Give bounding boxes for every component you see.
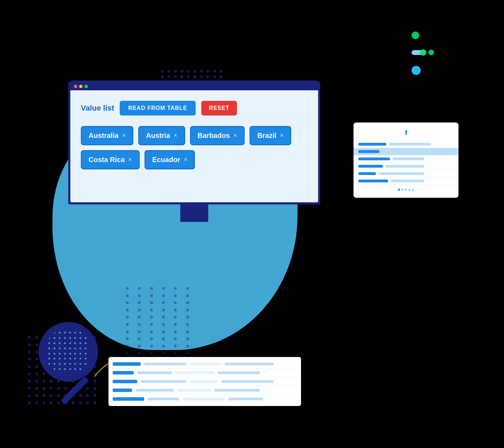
tag-remove-button[interactable]: ×	[128, 156, 132, 163]
tag-label: Costa Rica	[89, 156, 125, 164]
monitor-content: Value list READ FROM TABLE RESET Austral…	[70, 90, 318, 202]
monitor-stand	[68, 204, 320, 222]
titlebar-dot-green	[84, 85, 88, 88]
reset-button[interactable]: RESET	[201, 101, 237, 115]
tag-item: Australia×	[81, 126, 133, 145]
tag-remove-button[interactable]: ×	[280, 132, 284, 139]
table-row	[108, 377, 301, 386]
right-panel-row	[354, 163, 458, 170]
table-row	[108, 395, 301, 403]
toggles-area	[412, 31, 434, 75]
table-row	[108, 360, 301, 369]
toggle-dot-1	[412, 31, 419, 39]
titlebar-dot-yellow	[79, 85, 83, 88]
value-list-header: Value list READ FROM TABLE RESET	[81, 101, 308, 115]
pagination: ‹ ›	[354, 185, 458, 194]
toggle-dot-2	[428, 50, 434, 55]
tag-label: Barbados	[198, 132, 230, 140]
right-panel-row	[354, 155, 458, 163]
toggle-track-2[interactable]	[412, 50, 426, 55]
tag-item: Austria×	[138, 126, 185, 145]
toggle-knob-2	[420, 49, 426, 56]
bottom-table	[108, 357, 301, 406]
right-panel-header: ⬆	[354, 126, 458, 139]
right-panel-table: ⬆ ‹	[354, 122, 458, 198]
tag-remove-button[interactable]: ×	[233, 132, 237, 139]
tag-item: Barbados×	[190, 126, 245, 145]
right-panel-row	[354, 141, 458, 148]
read-from-table-button[interactable]: READ FROM TABLE	[120, 101, 195, 115]
monitor-neck	[180, 204, 208, 222]
dot-grid-right	[126, 287, 168, 350]
tags-container: Australia×Austria×Barbados×Brazil×Costa …	[81, 126, 308, 169]
toggle-item-1	[412, 31, 434, 39]
tag-item: Brazil×	[250, 126, 291, 145]
table-row	[108, 369, 301, 377]
tag-label: Brazil	[257, 132, 276, 140]
sort-icon: ⬆	[404, 129, 409, 136]
monitor-titlebar	[70, 83, 318, 90]
right-panel-row	[354, 170, 458, 177]
monitor-screen: Value list READ FROM TABLE RESET Austral…	[68, 80, 320, 204]
tag-item: Costa Rica×	[81, 150, 140, 169]
toggle-dot-3	[412, 66, 421, 75]
right-panel-row	[354, 177, 458, 185]
toggle-item-3	[412, 66, 434, 75]
main-scene: Value list READ FROM TABLE RESET Austral…	[0, 0, 504, 448]
tag-remove-button[interactable]: ×	[122, 132, 126, 139]
tag-label: Australia	[89, 132, 119, 140]
monitor-widget: Value list READ FROM TABLE RESET Austral…	[68, 80, 320, 222]
tag-remove-button[interactable]: ×	[184, 156, 188, 163]
table-row	[108, 386, 301, 395]
magnifier-decoration	[38, 322, 115, 413]
tag-item: Ecuador×	[145, 150, 195, 169]
right-panel-row-selected	[354, 148, 458, 155]
toggle-item-2	[412, 50, 434, 55]
value-list-label: Value list	[81, 104, 114, 113]
tag-label: Ecuador	[152, 156, 180, 164]
tag-remove-button[interactable]: ×	[174, 132, 177, 139]
tag-label: Austria	[146, 132, 170, 140]
titlebar-dot-red	[74, 85, 77, 88]
